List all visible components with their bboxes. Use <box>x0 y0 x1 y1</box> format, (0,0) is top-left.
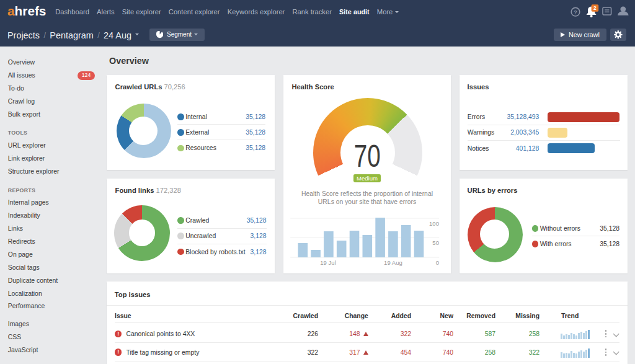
svg-text:50: 50 <box>432 239 439 246</box>
svg-text:19 Aug: 19 Aug <box>384 259 402 266</box>
svg-text:?: ? <box>574 9 577 16</box>
svg-text:19 Jul: 19 Jul <box>320 259 336 266</box>
svg-text:0: 0 <box>435 259 438 266</box>
svg-text:2: 2 <box>593 5 597 11</box>
svg-text:100: 100 <box>429 220 439 227</box>
